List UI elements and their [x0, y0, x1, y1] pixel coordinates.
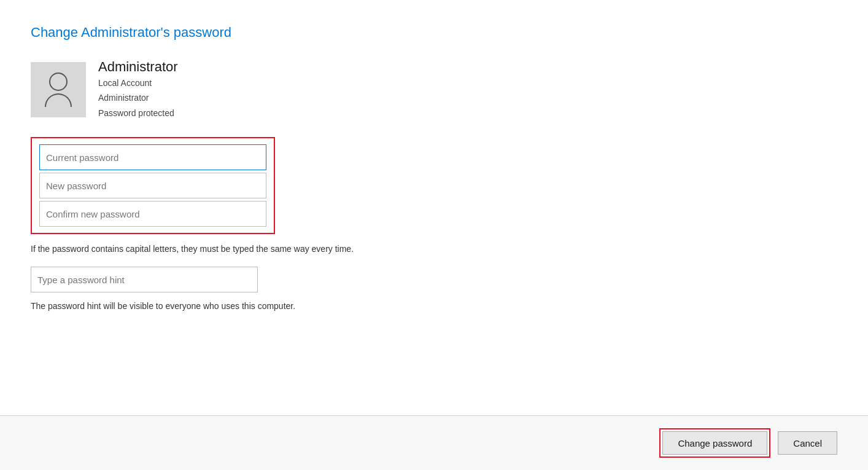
user-info-row: Administrator Local Account Administrato…: [31, 59, 837, 120]
change-password-button-wrapper: Change password: [659, 428, 770, 458]
user-name: Administrator: [98, 59, 178, 75]
avatar-head: [49, 72, 68, 91]
user-details: Administrator Local Account Administrato…: [98, 59, 178, 120]
password-hint-input[interactable]: [31, 267, 258, 292]
user-avatar-icon: [45, 72, 72, 107]
avatar-body: [45, 93, 72, 107]
user-account-type: Local Account: [98, 76, 178, 90]
cancel-button[interactable]: Cancel: [778, 431, 837, 455]
form-section: If the password contains capital letters…: [31, 137, 837, 313]
avatar: [31, 62, 86, 117]
user-role: Administrator: [98, 91, 178, 104]
dialog-title: Change Administrator's password: [31, 25, 837, 41]
hint-input-wrapper: [31, 267, 837, 292]
change-password-button[interactable]: Change password: [662, 431, 767, 455]
dialog-footer: Change password Cancel: [0, 415, 868, 470]
hint-visibility-info: The password hint will be visible to eve…: [31, 300, 460, 313]
confirm-password-input[interactable]: [39, 201, 266, 227]
new-password-input[interactable]: [39, 173, 266, 198]
password-fields-group: [31, 137, 275, 234]
dialog-container: Change Administrator's password Administ…: [0, 0, 868, 415]
capital-letters-info: If the password contains capital letters…: [31, 243, 460, 256]
user-status: Password protected: [98, 106, 178, 120]
current-password-input[interactable]: [39, 144, 266, 170]
